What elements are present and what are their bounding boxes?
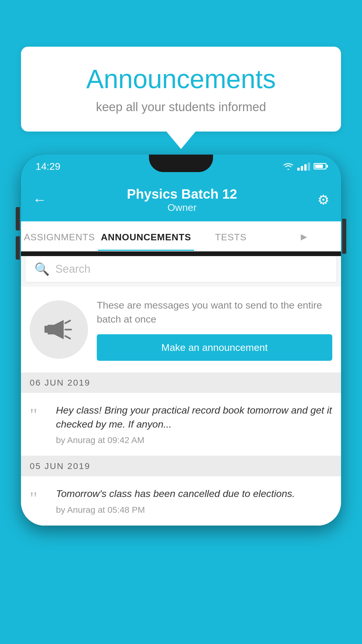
megaphone-icon — [43, 314, 75, 346]
content-area: 🔍 Search — [21, 256, 341, 526]
announcement-content-2: Tomorrow's class has been cancelled due … — [56, 487, 332, 501]
status-time: 14:29 — [36, 161, 60, 172]
svg-marker-0 — [48, 320, 64, 339]
phone-container: 14:29 — [21, 155, 341, 644]
speech-bubble-container: Announcements keep all your students inf… — [21, 47, 341, 149]
app-header: ← Physics Batch 12 Owner ⚙ — [21, 178, 341, 221]
tab-announcements[interactable]: ANNOUNCEMENTS — [98, 221, 194, 251]
status-icons — [283, 162, 326, 171]
battery-icon — [314, 163, 326, 169]
announcement-meta-1: by Anurag at 09:42 AM — [56, 435, 332, 445]
announcement-text-2: Tomorrow's class has been cancelled due … — [56, 487, 332, 515]
tab-assignments[interactable]: ASSIGNMENTS — [21, 221, 98, 251]
svg-line-4 — [65, 336, 70, 339]
batch-title: Physics Batch 12 — [127, 186, 237, 202]
speech-bubble-subtitle: keep all your students informed — [38, 100, 324, 114]
signal-icon — [297, 162, 310, 171]
make-announcement-button[interactable]: Make an announcement — [97, 334, 332, 361]
svg-rect-1 — [45, 326, 48, 333]
tab-tests[interactable]: TESTS — [194, 221, 268, 251]
promo-description: These are messages you want to send to t… — [97, 298, 332, 326]
quote-icon-2: " — [30, 489, 47, 508]
tab-more[interactable]: ▶ — [268, 221, 341, 251]
power-button — [342, 219, 346, 254]
phone-wrapper: 14:29 — [21, 155, 341, 526]
promo-icon-circle — [30, 300, 88, 359]
phone-device: 14:29 — [21, 155, 341, 526]
announcement-meta-2: by Anurag at 05:48 PM — [56, 505, 332, 515]
speech-bubble-arrow — [166, 132, 196, 149]
promo-block: These are messages you want to send to t… — [21, 287, 341, 372]
speech-bubble-title: Announcements — [38, 64, 324, 94]
volume-up-button — [16, 207, 20, 230]
search-placeholder: Search — [55, 263, 90, 275]
announcement-content-1: Hey class! Bring your practical record b… — [56, 403, 332, 431]
svg-line-2 — [65, 321, 70, 323]
wifi-icon — [283, 162, 294, 170]
search-bar[interactable]: 🔍 Search — [26, 256, 336, 282]
announcement-item-1[interactable]: " Hey class! Bring your practical record… — [21, 393, 341, 456]
quote-icon-1: " — [30, 406, 47, 424]
speech-bubble: Announcements keep all your students inf… — [21, 47, 341, 132]
announcement-text-1: Hey class! Bring your practical record b… — [56, 403, 332, 445]
settings-icon[interactable]: ⚙ — [317, 192, 329, 208]
back-button[interactable]: ← — [33, 192, 47, 208]
volume-down-button — [16, 236, 20, 260]
search-icon: 🔍 — [34, 262, 50, 276]
tabs-bar: ASSIGNMENTS ANNOUNCEMENTS TESTS ▶ — [21, 221, 341, 251]
owner-label: Owner — [127, 202, 237, 213]
promo-right: These are messages you want to send to t… — [97, 298, 332, 361]
status-bar: 14:29 — [21, 155, 341, 178]
date-separator-1: 06 JUN 2019 — [21, 372, 341, 393]
date-separator-2: 05 JUN 2019 — [21, 456, 341, 476]
header-center: Physics Batch 12 Owner — [127, 186, 237, 213]
announcement-item-2[interactable]: " Tomorrow's class has been cancelled du… — [21, 476, 341, 526]
